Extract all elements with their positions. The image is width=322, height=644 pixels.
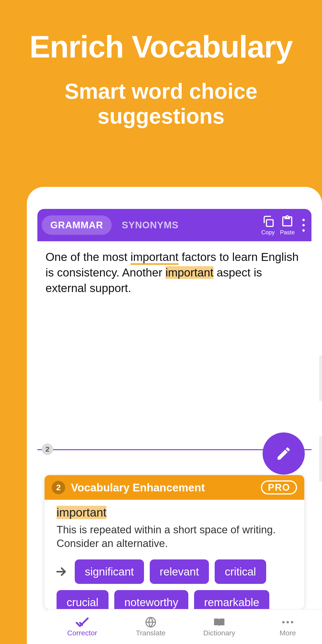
- suggestion-count-badge: 2: [42, 444, 53, 455]
- bottom-nav: Corrector Translate Dictionary More: [48, 609, 322, 644]
- chip-significant[interactable]: significant: [75, 560, 144, 584]
- hero-title: Enrich Vocabulary: [0, 29, 322, 65]
- chip-row-1: significant relevant critical: [56, 560, 297, 584]
- topbar: GRAMMAR SYNONYMS Copy Paste: [38, 209, 312, 241]
- chip-noteworthy[interactable]: noteworthy: [114, 590, 188, 609]
- more-menu-button[interactable]: [300, 216, 307, 234]
- copy-icon: [262, 215, 275, 228]
- copy-label: Copy: [262, 229, 275, 236]
- chip-row-2: crucial noteworthy remarkable: [56, 590, 297, 609]
- chip-remarkable[interactable]: remarkable: [194, 590, 269, 609]
- chip-relevant[interactable]: relevant: [150, 560, 209, 584]
- pencil-icon: [276, 446, 292, 462]
- copy-button[interactable]: Copy: [262, 215, 275, 236]
- card-description: This is repeated within a short space of…: [56, 523, 297, 550]
- pro-badge: PRO: [261, 480, 297, 494]
- paste-label: Paste: [280, 229, 295, 236]
- svg-rect-0: [266, 220, 273, 226]
- hero-subtitle: Smart word choice suggestions: [0, 79, 322, 129]
- tab-group: GRAMMAR SYNONYMS: [42, 216, 187, 235]
- tab-synonyms[interactable]: SYNONYMS: [113, 216, 187, 235]
- card-header: 2 Vocabulary Enhancement PRO: [44, 475, 304, 500]
- nav-dictionary[interactable]: Dictionary: [185, 610, 254, 644]
- arrow-right-icon: [55, 566, 67, 578]
- highlighted-word[interactable]: important: [166, 266, 214, 279]
- phone-frame: GRAMMAR SYNONYMS Copy Paste: [27, 187, 322, 644]
- tab-grammar[interactable]: GRAMMAR: [42, 216, 112, 235]
- card-number-badge: 2: [52, 481, 65, 494]
- more-horiz-icon: [282, 616, 293, 628]
- paste-button[interactable]: Paste: [280, 215, 295, 236]
- card-title: Vocabulary Enhancement: [71, 481, 205, 494]
- paste-icon: [280, 215, 294, 228]
- globe-icon: [145, 616, 156, 628]
- nav-more[interactable]: More: [254, 610, 322, 644]
- check-icon: [76, 616, 89, 628]
- app-area: GRAMMAR SYNONYMS Copy Paste: [38, 209, 312, 609]
- edit-fab[interactable]: [262, 432, 305, 474]
- card-word: important: [56, 506, 106, 519]
- nav-translate[interactable]: Translate: [116, 610, 185, 644]
- underlined-word[interactable]: important: [130, 250, 178, 265]
- chip-crucial[interactable]: crucial: [56, 590, 108, 609]
- text-editor[interactable]: One of the most important factors to lea…: [38, 241, 312, 462]
- nav-corrector[interactable]: Corrector: [48, 610, 116, 644]
- chip-critical[interactable]: critical: [215, 560, 266, 584]
- hero: Enrich Vocabulary Smart word choice sugg…: [0, 0, 322, 129]
- book-icon: [213, 616, 226, 628]
- suggestion-card: 2 Vocabulary Enhancement PRO important T…: [44, 475, 304, 609]
